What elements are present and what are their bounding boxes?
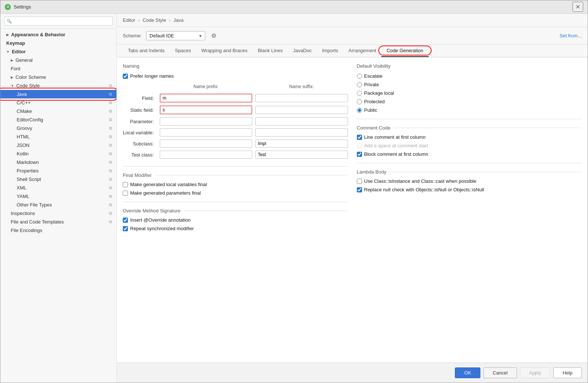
titlebar-left: ⚙ Settings — [5, 4, 31, 10]
parameter-prefix-input[interactable] — [160, 117, 252, 125]
sidebar-item-font[interactable]: Font — [0, 64, 116, 73]
sidebar-item-cmake[interactable]: CMake ⧉ — [0, 107, 116, 115]
test-class-suffix-input[interactable] — [255, 151, 348, 159]
test-class-prefix-input[interactable] — [160, 151, 252, 159]
sidebar-item-keymap[interactable]: Keymap — [0, 39, 116, 47]
tab-arrangement[interactable]: Arrangement — [343, 45, 381, 57]
repeat-sync-checkbox[interactable] — [123, 226, 128, 231]
help-button[interactable]: Help — [553, 367, 582, 378]
tab-tabs-indents[interactable]: Tabs and Indents — [123, 45, 170, 57]
apply-button[interactable]: Apply — [520, 367, 551, 378]
sidebar-item-color-scheme[interactable]: ▶ Color Scheme — [0, 73, 116, 81]
sidebar-item-label: Groovy — [17, 125, 32, 131]
repeat-sync-label: Repeat synchronized modifier — [130, 226, 194, 231]
main-content: 🔍 ▶ Appearance & Behavior Keymap ▼ Edito… — [0, 14, 588, 383]
tab-wrapping[interactable]: Wrapping and Braces — [196, 45, 253, 57]
block-comment-label: Block comment at first column — [364, 151, 428, 157]
static-field-label: Static field: — [123, 107, 157, 113]
sidebar-item-code-style[interactable]: ▼ Code Style ⧉ — [0, 81, 116, 90]
static-field-prefix-input[interactable] — [160, 105, 252, 114]
sidebar-item-label: XML — [17, 185, 27, 191]
tab-code-generation[interactable]: Code Generation — [381, 45, 428, 57]
insert-override-checkbox[interactable] — [123, 218, 128, 223]
tab-javadoc[interactable]: JavaDoc — [288, 45, 317, 57]
use-class-isinstance-label: Use Class::isInstance and Class::cast wh… — [364, 178, 476, 184]
tabs-row: Tabs and Indents Spaces Wrapping and Bra… — [117, 45, 588, 57]
sidebar-item-xml[interactable]: XML ⧉ — [0, 184, 116, 192]
field-suffix-input[interactable] — [255, 94, 348, 102]
sidebar-item-json[interactable]: JSON ⧉ — [0, 141, 116, 149]
sidebar-item-editor[interactable]: ▼ Editor — [0, 47, 116, 56]
close-button[interactable]: ✕ — [572, 2, 583, 12]
parameter-label: Parameter: — [123, 119, 157, 124]
sidebar-item-groovy[interactable]: Groovy ⧉ — [0, 124, 116, 132]
sidebar-item-file-templates[interactable]: File and Code Templates ⧉ — [0, 218, 116, 226]
sidebar-item-inspections[interactable]: Inspections ⧉ — [0, 209, 116, 218]
field-prefix-input[interactable] — [160, 94, 252, 103]
sidebar-item-label: YAML — [17, 194, 29, 199]
final-params-checkbox[interactable] — [123, 191, 128, 196]
sidebar-item-shell-script[interactable]: Shell Script ⧉ — [0, 175, 116, 184]
parameter-suffix-input[interactable] — [255, 117, 348, 125]
escalate-radio[interactable] — [357, 74, 362, 79]
copy-icon: ⧉ — [109, 202, 112, 207]
cancel-button[interactable]: Cancel — [483, 367, 517, 378]
sidebar-item-html[interactable]: HTML ⧉ — [0, 132, 116, 141]
app-icon: ⚙ — [5, 4, 11, 10]
package-local-radio-row: Package local — [357, 90, 582, 96]
separator1 — [123, 166, 348, 167]
replace-null-check-label: Replace null check with Objects::isNull … — [364, 187, 484, 192]
sidebar-item-file-encodings[interactable]: File Encodings — [0, 226, 116, 235]
local-var-prefix-input[interactable] — [160, 128, 252, 137]
protected-label: Protected — [364, 99, 385, 104]
sidebar-item-editorconfig[interactable]: EditorConfig ⧉ — [0, 115, 116, 124]
breadcrumb-code-style: Code Style — [143, 17, 166, 23]
sidebar-item-label: Other File Types — [17, 202, 52, 208]
final-local-checkbox[interactable] — [123, 182, 128, 187]
sidebar-item-label: JSON — [17, 142, 30, 148]
sidebar-item-appearance[interactable]: ▶ Appearance & Behavior — [0, 30, 116, 39]
tab-spaces[interactable]: Spaces — [170, 45, 196, 57]
tab-imports[interactable]: Imports — [317, 45, 343, 57]
space-comment-checkbox[interactable] — [357, 143, 362, 148]
public-radio[interactable] — [357, 108, 362, 113]
sidebar-item-label: Properties — [17, 168, 38, 174]
line-comment-checkbox[interactable] — [357, 135, 362, 140]
expand-icon: ▼ — [11, 84, 14, 88]
private-radio[interactable] — [357, 82, 362, 87]
tab-blank-lines[interactable]: Blank Lines — [253, 45, 288, 57]
protected-radio-row: Protected — [357, 99, 582, 104]
set-from-link[interactable]: Set from... — [560, 33, 582, 38]
protected-radio[interactable] — [357, 99, 362, 104]
sidebar-item-properties[interactable]: Properties ⧉ — [0, 167, 116, 175]
gear-button[interactable]: ⚙ — [210, 31, 218, 41]
subclass-prefix-input[interactable] — [160, 140, 252, 148]
prefer-longer-checkbox[interactable] — [123, 74, 128, 79]
block-comment-checkbox[interactable] — [357, 152, 362, 157]
sidebar-item-markdown[interactable]: Markdown ⧉ — [0, 158, 116, 167]
sidebar-item-cpp[interactable]: C/C++ ⧉ — [0, 98, 116, 107]
sidebar-item-yaml[interactable]: YAML ⧉ — [0, 192, 116, 201]
static-field-suffix-input[interactable] — [255, 106, 348, 114]
sidebar-item-general[interactable]: ▶ General — [0, 56, 116, 64]
local-var-suffix-input[interactable] — [255, 128, 348, 137]
copy-icon: ⧉ — [109, 219, 112, 224]
override-method-section: Override Method Signature Insert @Overri… — [123, 208, 348, 231]
sidebar-item-other-file-types[interactable]: Other File Types ⧉ — [0, 201, 116, 209]
block-comment-row: Block comment at first column — [357, 151, 582, 157]
sidebar-item-kotlin[interactable]: Kotlin ⧉ — [0, 149, 116, 158]
package-local-radio[interactable] — [357, 91, 362, 96]
settings-window: ⚙ Settings ✕ 🔍 ▶ Appearance & Behavior K… — [0, 0, 588, 383]
scheme-select[interactable]: Default IDE — [146, 31, 205, 40]
subclass-suffix-input[interactable] — [255, 140, 348, 148]
search-input[interactable] — [4, 17, 113, 26]
replace-null-check-checkbox[interactable] — [357, 187, 362, 192]
copy-icon: ⧉ — [109, 211, 112, 216]
sidebar-item-label: File and Code Templates — [11, 219, 64, 225]
sidebar-item-label: General — [16, 57, 33, 63]
ok-button[interactable]: OK — [455, 367, 480, 378]
sidebar-item-java[interactable]: Java ⧉ — [0, 90, 116, 98]
tab-label: Code Generation — [386, 48, 423, 53]
bottom-bar: OK Cancel Apply Help — [117, 363, 588, 383]
use-class-isinstance-checkbox[interactable] — [357, 179, 362, 184]
